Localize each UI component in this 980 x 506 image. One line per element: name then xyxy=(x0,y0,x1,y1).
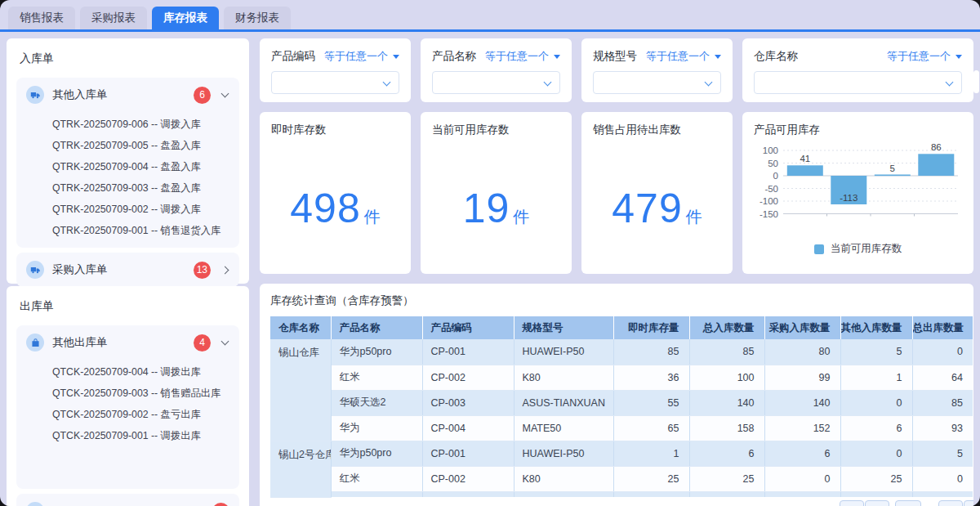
filter-head: 产品编码等于任意一个 xyxy=(271,49,399,64)
table-row[interactable]: 红米CP-002K803610099164 xyxy=(270,365,973,390)
table-header-cell: 产品名称 xyxy=(331,316,422,339)
sidebar-order-item[interactable]: QTRK-20250709-001 -- 销售退货入库 xyxy=(16,220,239,241)
table-cell: CP-002 xyxy=(422,365,514,390)
sidebar-order-item[interactable]: QTCK-20250709-003 -- 销售赠品出库 xyxy=(16,383,239,404)
filter-select-产品名称[interactable] xyxy=(432,71,560,94)
table-cell: 1 xyxy=(613,441,689,466)
table-cell: 85 xyxy=(613,339,689,365)
pagination-button[interactable] xyxy=(938,500,963,506)
inventory-table-card: 库存统计查询（含库存预警） 仓库名称产品名称产品编码规格型号即时库存量总入库数量… xyxy=(260,284,973,506)
table-title: 库存统计查询（含库存预警） xyxy=(270,293,973,308)
table-cell: MATE50 xyxy=(514,415,613,441)
chart-bar[interactable] xyxy=(918,154,954,176)
chevron-right-icon[interactable] xyxy=(221,266,229,274)
sidebar-order-item[interactable]: QTRK-20250709-006 -- 调拨入库 xyxy=(16,114,239,135)
table-row[interactable]: 锡山2号仓库华为p50proCP-001HUAWEI-P5016605 xyxy=(270,441,973,466)
table-row[interactable]: 红米CP-002K8025250250 xyxy=(270,466,973,491)
kpi-value-wrap: 498件 xyxy=(271,185,399,232)
inbound-group-0: 其他入库单6QTRK-20250709-006 -- 调拨入库QTRK-2025… xyxy=(16,78,239,248)
select-chevron-down-icon xyxy=(544,78,552,87)
table-cell: 25 xyxy=(613,466,689,491)
table-row[interactable]: 华硕天选2CP-003ASUS-TIANXUAN55140140085 xyxy=(270,390,973,415)
filter-condition-dropdown[interactable]: 等于任意一个 xyxy=(646,49,721,64)
outbound-group-header-1[interactable] xyxy=(16,494,239,506)
triangle-down-icon xyxy=(393,55,399,59)
inbound-group-1: 采购入库单13 xyxy=(16,253,239,287)
table-cell: 65 xyxy=(613,415,689,441)
table-cell: 25 xyxy=(840,466,912,491)
pagination-button[interactable] xyxy=(840,500,864,506)
sidebar-order-item[interactable]: QTRK-20250709-004 -- 盘盈入库 xyxy=(16,156,239,177)
inbound-group-header-0[interactable]: 其他入库单6 xyxy=(16,78,239,112)
tab-财务报表[interactable]: 财务报表 xyxy=(224,7,291,29)
count-badge: 6 xyxy=(194,87,211,104)
sidebar-order-item[interactable]: QTCK-20250709-002 -- 盘亏出库 xyxy=(16,404,239,425)
table-cell xyxy=(613,491,689,497)
table-cell: 5 xyxy=(840,339,912,365)
pagination-button[interactable] xyxy=(895,500,921,506)
legend-label: 当前可用库存数 xyxy=(831,242,902,256)
table-cell: CP-003 xyxy=(422,390,514,415)
table-cell xyxy=(514,491,613,497)
sidebar-order-item[interactable]: QTCK-20250709-004 -- 调拨出库 xyxy=(16,361,239,383)
chevron-down-icon[interactable] xyxy=(221,90,229,98)
table-row[interactable]: 华为CP-004MATE5065158152693 xyxy=(270,415,973,441)
chart-y-tick: -100 xyxy=(760,196,778,206)
sidebar-order-item[interactable]: QTCK-20250709-001 -- 调拨出库 xyxy=(16,425,239,446)
filter-condition-dropdown[interactable]: 等于任意一个 xyxy=(485,49,560,64)
chart-value-label: -113 xyxy=(840,193,858,203)
bar-chart-svg: 100500-50-100-15041NaN" text-anchor="mid… xyxy=(754,139,962,234)
inbound-groups: 其他入库单6QTRK-20250709-006 -- 调拨入库QTRK-2025… xyxy=(16,78,239,287)
kpi-cards: 即时库存数498件当前可用库存数19件销售占用待出库数479件 xyxy=(260,112,733,274)
pagination-button[interactable] xyxy=(865,500,889,506)
sidebar-order-item[interactable]: QTRK-20250709-002 -- 调拨入库 xyxy=(16,199,239,220)
filter-label: 规格型号 xyxy=(593,49,637,64)
tab-库存报表[interactable]: 库存报表 xyxy=(152,7,219,29)
filter-select-仓库名称[interactable] xyxy=(754,71,962,94)
inbound-group-header-1[interactable]: 采购入库单13 xyxy=(16,253,239,287)
kpi-card-当前可用库存数: 当前可用库存数19件 xyxy=(421,112,572,274)
table-cell: ASUS-TIANXUAN xyxy=(514,390,613,415)
bar-chart: 100500-50-100-15041NaN" text-anchor="mid… xyxy=(754,139,962,237)
filter-label: 产品编码 xyxy=(271,49,315,64)
outbound-group-header-0[interactable]: 其他出库单4 xyxy=(16,325,239,360)
chart-bar[interactable] xyxy=(787,165,823,176)
sidebar-order-item[interactable]: QTRK-20250709-003 -- 盘盈入库 xyxy=(16,177,239,199)
count-badge xyxy=(212,503,229,506)
table-cell xyxy=(912,491,973,497)
chart-bar[interactable] xyxy=(875,175,911,177)
filter-head: 仓库名称等于任意一个 xyxy=(754,49,962,64)
tab-销售报表[interactable]: 销售报表 xyxy=(8,7,75,29)
chart-legend: 当前可用库存数 xyxy=(754,242,962,256)
table-header-row: 仓库名称产品名称产品编码规格型号即时库存量总入库数量采购入库数量其他入库数量总出… xyxy=(270,316,973,339)
table-row[interactable]: 锡山仓库华为p50proCP-001HUAWEI-P5085858050 xyxy=(270,339,973,365)
chevron-down-icon[interactable] xyxy=(221,338,229,346)
table-cell: CP-001 xyxy=(422,441,514,466)
warehouse-cell: 锡山仓库 xyxy=(270,339,331,441)
kpi-card-销售占用待出库数: 销售占用待出库数479件 xyxy=(581,112,733,274)
kpi-value-wrap: 19件 xyxy=(432,185,560,232)
table-cell: 6 xyxy=(689,441,764,466)
kpi-card-即时库存数: 即时库存数498件 xyxy=(260,112,411,274)
sidebar-order-item[interactable]: QTRK-20250709-005 -- 盘盈入库 xyxy=(16,135,239,156)
available-stock-chart-card: 产品可用库存 100500-50-100-15041NaN" text-anch… xyxy=(742,112,973,274)
table-header-cell: 即时库存量 xyxy=(613,316,689,339)
scrollbar-thumb[interactable] xyxy=(973,70,979,93)
filter-select-规格型号[interactable] xyxy=(593,71,721,94)
table-header-cell: 产品编码 xyxy=(422,316,514,339)
table-cell: 99 xyxy=(764,365,840,390)
kpi-title: 销售占用待出库数 xyxy=(593,123,721,137)
filter-label: 产品名称 xyxy=(432,49,476,64)
filter-label: 仓库名称 xyxy=(754,49,798,64)
bag-icon xyxy=(26,334,44,352)
chart-value-label: 41 xyxy=(800,154,810,163)
filter-condition-dropdown[interactable]: 等于任意一个 xyxy=(887,49,962,64)
filter-condition-dropdown[interactable]: 等于任意一个 xyxy=(324,49,399,64)
pagination-button[interactable] xyxy=(964,500,973,506)
table-cell xyxy=(689,491,764,497)
filter-select-产品编码[interactable] xyxy=(271,71,399,94)
filter-card-产品名称: 产品名称等于任意一个 xyxy=(421,38,572,102)
truck-icon xyxy=(26,261,44,279)
triangle-down-icon xyxy=(554,55,560,59)
tab-采购报表[interactable]: 采购报表 xyxy=(80,7,147,29)
